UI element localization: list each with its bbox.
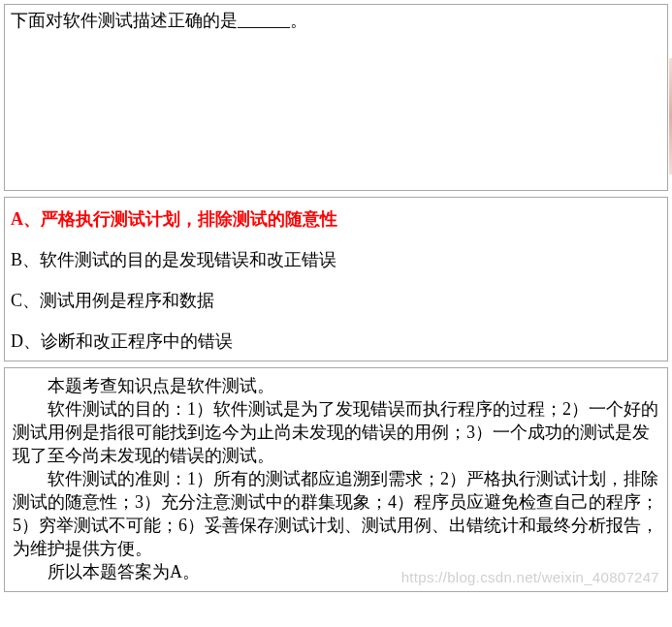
explanation-line-1: 本题考查知识点是软件测试。 xyxy=(13,374,659,397)
option-d-label: D、诊断和改正程序中的错误 xyxy=(11,331,233,351)
question-text: 下面对软件测试描述正确的是______。 xyxy=(11,11,307,30)
option-b[interactable]: B、软件测试的目的是发现错误和改正错误 xyxy=(11,250,661,269)
options-panel: A、严格执行测试计划，排除测试的随意性 B、软件测试的目的是发现错误和改正错误 … xyxy=(4,197,668,361)
watermark: https://blog.csdn.net/weixin_40807247 xyxy=(401,566,659,589)
option-a[interactable]: A、严格执行测试计划，排除测试的随意性 xyxy=(11,209,661,229)
question-panel: 下面对软件测试描述正确的是______。 xyxy=(4,4,668,191)
explanation-line-2: 软件测试的目的：1）软件测试是为了发现错误而执行程序的过程；2）一个好的测试用例… xyxy=(13,397,659,467)
option-a-label: A、严格执行测试计划，排除测试的随意性 xyxy=(11,209,337,229)
option-d[interactable]: D、诊断和改正程序中的错误 xyxy=(11,331,661,351)
option-b-label: B、软件测试的目的是发现错误和改正错误 xyxy=(11,250,336,269)
explanation-line-3: 软件测试的准则：1）所有的测试都应追溯到需求；2）严格执行测试计划，排除测试的随… xyxy=(13,467,659,560)
option-c-label: C、测试用例是程序和数据 xyxy=(11,291,214,310)
option-c[interactable]: C、测试用例是程序和数据 xyxy=(11,291,661,310)
explanation-panel: 本题考查知识点是软件测试。 软件测试的目的：1）软件测试是为了发现错误而执行程序… xyxy=(4,367,668,592)
